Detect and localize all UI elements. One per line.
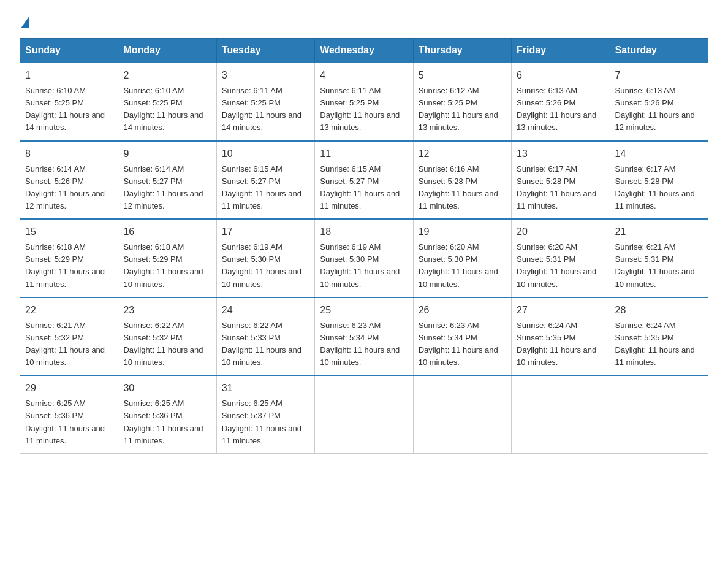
page-header — [20, 15, 708, 26]
calendar-cell — [315, 375, 413, 453]
day-number: 30 — [123, 381, 211, 396]
weekday-header-wednesday: Wednesday — [315, 39, 413, 63]
calendar-week-row: 1Sunrise: 6:10 AMSunset: 5:25 PMDaylight… — [20, 63, 708, 141]
day-number: 21 — [615, 224, 703, 239]
calendar-cell: 7Sunrise: 6:13 AMSunset: 5:26 PMDaylight… — [610, 63, 708, 141]
day-info: Sunrise: 6:23 AMSunset: 5:34 PMDaylight:… — [419, 320, 506, 369]
calendar-cell — [610, 375, 708, 453]
weekday-header-saturday: Saturday — [610, 39, 708, 63]
day-info: Sunrise: 6:17 AMSunset: 5:28 PMDaylight:… — [615, 163, 703, 213]
calendar-cell: 6Sunrise: 6:13 AMSunset: 5:26 PMDaylight… — [512, 63, 610, 141]
day-info: Sunrise: 6:18 AMSunset: 5:29 PMDaylight:… — [123, 241, 211, 291]
day-number: 29 — [25, 381, 113, 396]
day-number: 20 — [517, 224, 604, 239]
day-number: 25 — [320, 303, 408, 318]
day-number: 10 — [222, 147, 309, 161]
calendar-cell: 15Sunrise: 6:18 AMSunset: 5:29 PMDayligh… — [20, 219, 118, 297]
calendar-cell: 16Sunrise: 6:18 AMSunset: 5:29 PMDayligh… — [118, 219, 216, 297]
day-number: 6 — [517, 68, 604, 83]
calendar-cell: 23Sunrise: 6:22 AMSunset: 5:32 PMDayligh… — [118, 297, 216, 376]
calendar-cell: 25Sunrise: 6:23 AMSunset: 5:34 PMDayligh… — [315, 297, 413, 376]
day-info: Sunrise: 6:21 AMSunset: 5:32 PMDaylight:… — [25, 320, 113, 369]
day-info: Sunrise: 6:23 AMSunset: 5:34 PMDaylight:… — [320, 320, 408, 369]
calendar-cell: 10Sunrise: 6:15 AMSunset: 5:27 PMDayligh… — [216, 141, 314, 220]
weekday-header-sunday: Sunday — [20, 39, 118, 63]
calendar-cell: 18Sunrise: 6:19 AMSunset: 5:30 PMDayligh… — [315, 219, 413, 297]
day-info: Sunrise: 6:15 AMSunset: 5:27 PMDaylight:… — [222, 163, 309, 213]
day-info: Sunrise: 6:20 AMSunset: 5:31 PMDaylight:… — [517, 241, 604, 291]
calendar-cell: 2Sunrise: 6:10 AMSunset: 5:25 PMDaylight… — [118, 63, 216, 141]
day-number: 16 — [123, 224, 211, 239]
day-info: Sunrise: 6:25 AMSunset: 5:36 PMDaylight:… — [123, 397, 211, 447]
calendar-week-row: 8Sunrise: 6:14 AMSunset: 5:26 PMDaylight… — [20, 141, 708, 220]
day-info: Sunrise: 6:18 AMSunset: 5:29 PMDaylight:… — [25, 241, 113, 291]
logo — [20, 15, 29, 26]
weekday-header-friday: Friday — [512, 39, 610, 63]
day-number: 11 — [320, 147, 408, 161]
day-number: 5 — [419, 68, 506, 83]
day-info: Sunrise: 6:25 AMSunset: 5:37 PMDaylight:… — [222, 397, 309, 447]
weekday-header-row: SundayMondayTuesdayWednesdayThursdayFrid… — [20, 39, 708, 63]
day-number: 17 — [222, 224, 309, 239]
day-info: Sunrise: 6:19 AMSunset: 5:30 PMDaylight:… — [320, 241, 408, 291]
day-info: Sunrise: 6:14 AMSunset: 5:27 PMDaylight:… — [123, 163, 211, 213]
day-info: Sunrise: 6:22 AMSunset: 5:33 PMDaylight:… — [222, 320, 309, 369]
day-info: Sunrise: 6:20 AMSunset: 5:30 PMDaylight:… — [419, 241, 506, 291]
day-info: Sunrise: 6:16 AMSunset: 5:28 PMDaylight:… — [419, 163, 506, 213]
day-number: 31 — [222, 381, 309, 396]
calendar-cell — [413, 375, 511, 453]
weekday-header-thursday: Thursday — [413, 39, 511, 63]
day-number: 4 — [320, 68, 408, 83]
weekday-header-monday: Monday — [118, 39, 216, 63]
day-info: Sunrise: 6:13 AMSunset: 5:26 PMDaylight:… — [517, 85, 604, 134]
day-number: 14 — [615, 147, 703, 161]
calendar-cell: 30Sunrise: 6:25 AMSunset: 5:36 PMDayligh… — [118, 375, 216, 453]
day-info: Sunrise: 6:15 AMSunset: 5:27 PMDaylight:… — [320, 163, 408, 213]
calendar-cell: 14Sunrise: 6:17 AMSunset: 5:28 PMDayligh… — [610, 141, 708, 220]
logo-triangle-icon — [21, 16, 29, 28]
day-info: Sunrise: 6:17 AMSunset: 5:28 PMDaylight:… — [517, 163, 604, 213]
day-info: Sunrise: 6:22 AMSunset: 5:32 PMDaylight:… — [123, 320, 211, 369]
day-number: 24 — [222, 303, 309, 318]
day-number: 26 — [419, 303, 506, 318]
day-number: 19 — [419, 224, 506, 239]
day-info: Sunrise: 6:10 AMSunset: 5:25 PMDaylight:… — [123, 85, 211, 134]
day-number: 1 — [25, 68, 113, 83]
calendar-week-row: 29Sunrise: 6:25 AMSunset: 5:36 PMDayligh… — [20, 375, 708, 453]
calendar-cell: 13Sunrise: 6:17 AMSunset: 5:28 PMDayligh… — [512, 141, 610, 220]
calendar-cell: 28Sunrise: 6:24 AMSunset: 5:35 PMDayligh… — [610, 297, 708, 376]
calendar-cell: 20Sunrise: 6:20 AMSunset: 5:31 PMDayligh… — [512, 219, 610, 297]
calendar-cell: 24Sunrise: 6:22 AMSunset: 5:33 PMDayligh… — [216, 297, 314, 376]
day-number: 28 — [615, 303, 703, 318]
calendar-cell: 31Sunrise: 6:25 AMSunset: 5:37 PMDayligh… — [216, 375, 314, 453]
calendar-cell: 5Sunrise: 6:12 AMSunset: 5:25 PMDaylight… — [413, 63, 511, 141]
day-info: Sunrise: 6:11 AMSunset: 5:25 PMDaylight:… — [222, 85, 309, 134]
calendar-cell: 1Sunrise: 6:10 AMSunset: 5:25 PMDaylight… — [20, 63, 118, 141]
calendar-cell: 22Sunrise: 6:21 AMSunset: 5:32 PMDayligh… — [20, 297, 118, 376]
day-info: Sunrise: 6:12 AMSunset: 5:25 PMDaylight:… — [419, 85, 506, 134]
calendar-cell: 11Sunrise: 6:15 AMSunset: 5:27 PMDayligh… — [315, 141, 413, 220]
calendar-table: SundayMondayTuesdayWednesdayThursdayFrid… — [20, 38, 708, 454]
calendar-cell: 19Sunrise: 6:20 AMSunset: 5:30 PMDayligh… — [413, 219, 511, 297]
calendar-cell: 27Sunrise: 6:24 AMSunset: 5:35 PMDayligh… — [512, 297, 610, 376]
day-number: 12 — [419, 147, 506, 161]
calendar-cell — [512, 375, 610, 453]
day-info: Sunrise: 6:14 AMSunset: 5:26 PMDaylight:… — [25, 163, 113, 213]
day-info: Sunrise: 6:10 AMSunset: 5:25 PMDaylight:… — [25, 85, 113, 134]
day-number: 3 — [222, 68, 309, 83]
calendar-cell: 9Sunrise: 6:14 AMSunset: 5:27 PMDaylight… — [118, 141, 216, 220]
day-number: 2 — [123, 68, 211, 83]
day-number: 13 — [517, 147, 604, 161]
day-number: 7 — [615, 68, 703, 83]
day-info: Sunrise: 6:13 AMSunset: 5:26 PMDaylight:… — [615, 85, 703, 134]
calendar-cell: 26Sunrise: 6:23 AMSunset: 5:34 PMDayligh… — [413, 297, 511, 376]
day-number: 27 — [517, 303, 604, 318]
day-number: 23 — [123, 303, 211, 318]
weekday-header-tuesday: Tuesday — [216, 39, 314, 63]
day-number: 9 — [123, 147, 211, 161]
calendar-cell: 3Sunrise: 6:11 AMSunset: 5:25 PMDaylight… — [216, 63, 314, 141]
day-info: Sunrise: 6:25 AMSunset: 5:36 PMDaylight:… — [25, 397, 113, 447]
day-number: 18 — [320, 224, 408, 239]
day-number: 8 — [25, 147, 113, 161]
calendar-cell: 21Sunrise: 6:21 AMSunset: 5:31 PMDayligh… — [610, 219, 708, 297]
